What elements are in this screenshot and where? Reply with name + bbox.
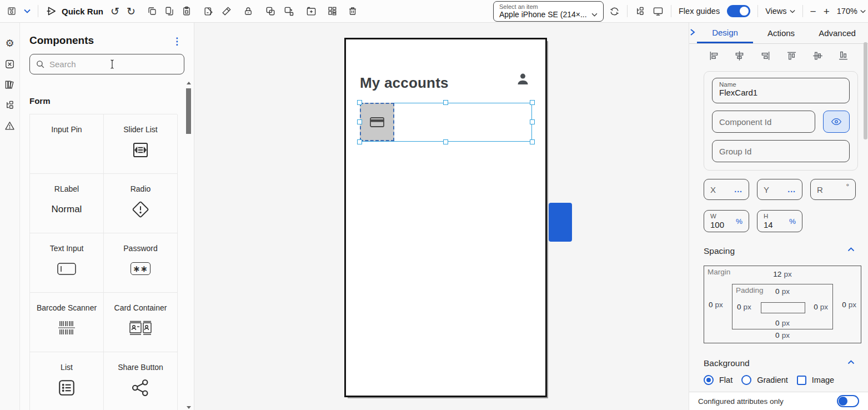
flat-radio[interactable] [704,375,714,385]
inspector-scrollbar[interactable] [864,42,867,139]
align-center-horizontal-button[interactable] [734,49,746,62]
component-id-input[interactable] [719,117,808,127]
flex-guides-toggle[interactable] [727,5,750,17]
component-item-share-button[interactable]: Share Button [104,352,178,410]
spacing-collapse-button[interactable] [847,247,855,252]
resize-handle-bottom-left[interactable] [357,139,362,144]
tab-design[interactable]: Design [697,23,753,43]
group-button[interactable] [265,6,276,17]
zoom-out-button[interactable]: − [810,6,816,17]
padding-top-value[interactable]: 0px [775,287,790,296]
rail-components-button[interactable] [4,58,16,70]
align-left-button[interactable] [708,49,720,62]
styles-button[interactable] [203,6,214,17]
preview-button[interactable] [653,6,664,17]
component-item-rlabel[interactable]: RLabel Normal [30,174,104,233]
align-bottom-button[interactable] [837,49,850,62]
margin-left-value[interactable]: 0px [709,301,723,309]
paste-button[interactable] [182,6,192,16]
component-item-barcode-scanner[interactable]: Barcode Scanner [30,293,104,352]
x-field[interactable]: X ... [704,179,749,200]
configured-attributes-toggle[interactable] [837,395,859,407]
copy-button[interactable] [147,6,157,16]
width-field[interactable]: W 100 % [704,210,749,232]
background-collapse-button[interactable] [847,360,855,364]
save-button[interactable] [7,6,17,16]
flexcard-image-placeholder[interactable] [360,103,394,141]
align-center-vertical-button[interactable] [811,49,824,62]
design-canvas[interactable]: My accounts [194,23,689,410]
components-search[interactable] [29,54,184,74]
scroll-down-icon[interactable] [187,406,191,409]
brush-button[interactable] [221,6,232,17]
search-input[interactable] [49,59,105,69]
save-menu-button[interactable] [24,9,31,13]
rail-warnings-button[interactable] [4,119,16,132]
component-id-field[interactable] [712,111,815,133]
name-field[interactable]: Name [712,78,850,103]
redo-button[interactable]: ↻ [127,6,136,17]
align-right-button[interactable] [760,49,772,62]
image-checkbox[interactable] [797,376,806,385]
delete-button[interactable] [348,6,358,16]
rotation-field[interactable]: R ° [810,179,856,200]
ungroup-button[interactable] [283,6,294,17]
rail-outline-button[interactable] [4,99,16,111]
name-input[interactable] [719,88,842,97]
rail-library-button[interactable] [4,78,16,91]
lock-button[interactable] [243,6,253,16]
resize-handle-top-right[interactable] [530,100,535,105]
canvas-blue-handle[interactable] [549,203,572,242]
resize-handle-middle-right[interactable] [530,119,535,124]
padding-right-value[interactable]: 0px [814,303,828,311]
device-frame[interactable]: My accounts [344,38,547,397]
scroll-up-icon[interactable] [187,82,191,84]
group-id-input[interactable] [719,147,842,156]
layout-button[interactable] [327,6,337,16]
component-item-card-container[interactable]: Card Container [104,293,178,352]
resize-handle-middle-left[interactable] [357,119,362,124]
selected-flexcard[interactable] [360,103,532,142]
component-item-input-pin[interactable]: Input Pin [30,114,104,174]
quick-run-label[interactable]: Quick Run [62,7,103,16]
margin-right-value[interactable]: 0px [842,301,856,309]
component-item-slider-list[interactable]: Slider List [104,114,178,174]
margin-diagram[interactable]: Margin 12px 0px 0px 0px Padding 0px 0px … [704,266,861,343]
tab-actions[interactable]: Actions [753,23,809,43]
add-frame-button[interactable] [306,6,317,17]
resize-handle-bottom-right[interactable] [530,139,535,144]
components-menu-button[interactable]: ⋮ [172,36,182,47]
views-dropdown[interactable]: Views [765,7,795,16]
rail-settings-button[interactable]: ⚙ [4,37,16,49]
group-id-field[interactable] [712,140,850,162]
component-item-password[interactable]: Password ∗∗ [104,233,178,293]
tab-advanced[interactable]: Advanced [809,23,865,43]
component-item-text-input[interactable]: Text Input [30,233,104,293]
zoom-level-dropdown[interactable]: 170% [837,7,866,16]
margin-bottom-value[interactable]: 0px [775,331,790,339]
visibility-button[interactable] [823,111,850,133]
resize-handle-bottom-middle[interactable] [443,139,448,144]
quick-run-button[interactable] [46,6,57,17]
y-field[interactable]: Y ... [757,179,802,200]
scrollbar-thumb[interactable] [186,88,191,134]
padding-diagram[interactable]: Padding 0px 0px 0px 0px [732,284,833,329]
resize-handle-top-middle[interactable] [443,100,448,105]
refresh-button[interactable] [609,6,620,17]
resize-handle-top-left[interactable] [357,100,362,105]
padding-left-value[interactable]: 0px [737,303,751,311]
gradient-radio[interactable] [741,375,751,385]
outline-view-button[interactable] [635,6,645,17]
padding-bottom-value[interactable]: 0px [775,319,790,327]
height-field[interactable]: H 14 % [757,210,802,232]
undo-button[interactable]: ↺ [111,6,119,17]
zoom-in-button[interactable]: + [824,6,830,17]
device-select[interactable]: Select an item Apple iPhone SE (214×... [493,1,604,22]
component-item-radio[interactable]: Radio [104,174,178,233]
person-icon[interactable] [515,72,530,87]
screen-title[interactable]: My accounts [360,74,449,92]
align-top-button[interactable] [785,49,797,62]
component-item-list[interactable]: List [30,352,104,410]
margin-top-value[interactable]: 12px [773,270,791,278]
components-scrollbar[interactable] [186,82,191,409]
